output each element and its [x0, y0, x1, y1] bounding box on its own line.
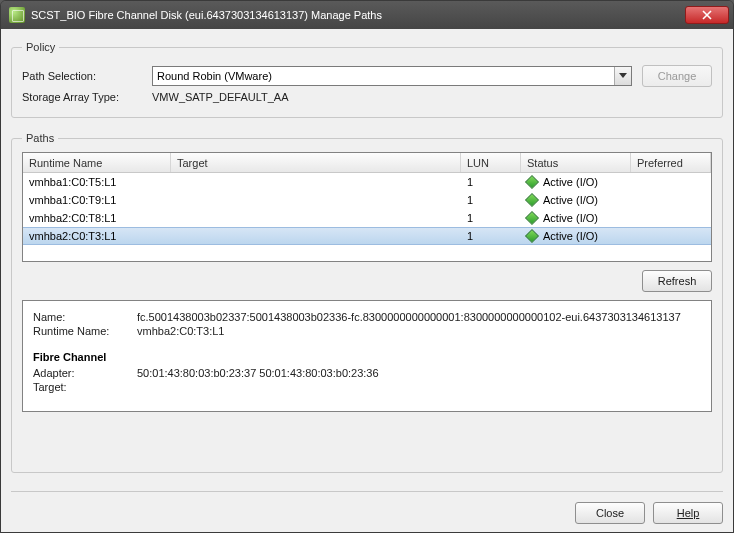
detail-target-label: Target: — [33, 381, 137, 393]
col-status[interactable]: Status — [521, 153, 631, 172]
cell-runtime: vmhba2:C0:T3:L1 — [23, 230, 171, 242]
table-row[interactable]: vmhba1:C0:T9:L11Active (I/O) — [23, 191, 711, 209]
cell-runtime: vmhba2:C0:T8:L1 — [23, 212, 171, 224]
titlebar[interactable]: SCST_BIO Fibre Channel Disk (eui.6437303… — [1, 1, 733, 29]
paths-table-body: vmhba1:C0:T5:L11Active (I/O)vmhba1:C0:T9… — [23, 173, 711, 245]
status-active-icon — [525, 211, 539, 225]
path-selection-dropdown[interactable]: Round Robin (VMware) — [152, 66, 632, 86]
table-row[interactable]: vmhba1:C0:T5:L11Active (I/O) — [23, 173, 711, 191]
status-active-icon — [525, 229, 539, 243]
cell-lun: 1 — [461, 212, 521, 224]
cell-status: Active (I/O) — [521, 176, 631, 188]
storage-array-type-label: Storage Array Type: — [22, 91, 152, 103]
policy-legend: Policy — [22, 41, 59, 53]
cell-runtime: vmhba1:C0:T9:L1 — [23, 194, 171, 206]
status-active-icon — [525, 175, 539, 189]
col-runtime-name[interactable]: Runtime Name — [23, 153, 171, 172]
dropdown-arrow[interactable] — [614, 67, 631, 85]
chevron-down-icon — [619, 73, 627, 79]
path-selection-label: Path Selection: — [22, 70, 152, 82]
path-selection-value: Round Robin (VMware) — [157, 70, 272, 82]
app-icon — [9, 7, 25, 23]
paths-legend: Paths — [22, 132, 58, 144]
dialog-footer: Close Help — [11, 492, 723, 524]
paths-group: Paths Runtime Name Target LUN Status Pre… — [11, 132, 723, 473]
detail-adapter-label: Adapter: — [33, 367, 137, 379]
col-target[interactable]: Target — [171, 153, 461, 172]
paths-table-header: Runtime Name Target LUN Status Preferred — [23, 153, 711, 173]
help-button[interactable]: Help — [653, 502, 723, 524]
cell-runtime: vmhba1:C0:T5:L1 — [23, 176, 171, 188]
detail-name-value: fc.5001438003b02337:5001438003b02336-fc.… — [137, 311, 681, 323]
change-button: Change — [642, 65, 712, 87]
detail-runtime-value: vmhba2:C0:T3:L1 — [137, 325, 224, 337]
close-window-button[interactable] — [685, 6, 729, 24]
close-icon — [702, 10, 712, 20]
cell-lun: 1 — [461, 176, 521, 188]
cell-status: Active (I/O) — [521, 230, 631, 242]
window-title: SCST_BIO Fibre Channel Disk (eui.6437303… — [31, 9, 685, 21]
col-lun[interactable]: LUN — [461, 153, 521, 172]
manage-paths-window: SCST_BIO Fibre Channel Disk (eui.6437303… — [0, 0, 734, 533]
status-active-icon — [525, 193, 539, 207]
detail-name-label: Name: — [33, 311, 137, 323]
detail-adapter-value: 50:01:43:80:03:b0:23:37 50:01:43:80:03:b… — [137, 367, 379, 379]
storage-array-type-value: VMW_SATP_DEFAULT_AA — [152, 91, 289, 103]
table-row[interactable]: vmhba2:C0:T8:L11Active (I/O) — [23, 209, 711, 227]
cell-status: Active (I/O) — [521, 194, 631, 206]
col-preferred[interactable]: Preferred — [631, 153, 711, 172]
table-row[interactable]: vmhba2:C0:T3:L11Active (I/O) — [23, 227, 711, 245]
detail-section-title: Fibre Channel — [33, 351, 701, 363]
path-detail-panel: Name: fc.5001438003b02337:5001438003b023… — [22, 300, 712, 412]
policy-group: Policy Path Selection: Round Robin (VMwa… — [11, 41, 723, 118]
cell-lun: 1 — [461, 194, 521, 206]
paths-table: Runtime Name Target LUN Status Preferred… — [22, 152, 712, 262]
window-content: Policy Path Selection: Round Robin (VMwa… — [1, 29, 733, 533]
cell-status: Active (I/O) — [521, 212, 631, 224]
detail-runtime-label: Runtime Name: — [33, 325, 137, 337]
cell-lun: 1 — [461, 230, 521, 242]
close-button[interactable]: Close — [575, 502, 645, 524]
refresh-button[interactable]: Refresh — [642, 270, 712, 292]
